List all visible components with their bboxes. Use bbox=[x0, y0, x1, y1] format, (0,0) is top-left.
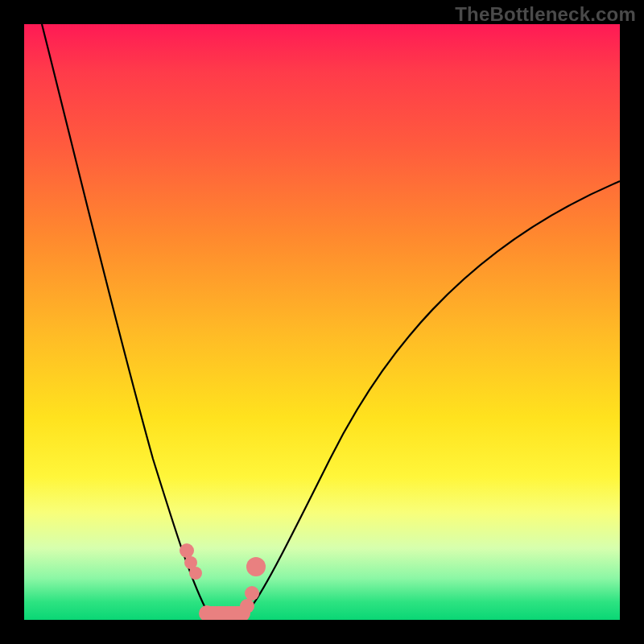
bottleneck-curve bbox=[42, 24, 620, 618]
watermark-text: TheBottleneck.com bbox=[455, 3, 636, 26]
bead-cluster bbox=[180, 543, 266, 620]
bead bbox=[189, 567, 202, 580]
bead bbox=[180, 543, 194, 558]
plot-area bbox=[24, 24, 620, 620]
bead bbox=[240, 599, 254, 613]
chart-svg bbox=[24, 24, 620, 620]
outer-frame: TheBottleneck.com bbox=[0, 0, 644, 644]
bead bbox=[246, 557, 266, 576]
bead bbox=[245, 586, 259, 601]
